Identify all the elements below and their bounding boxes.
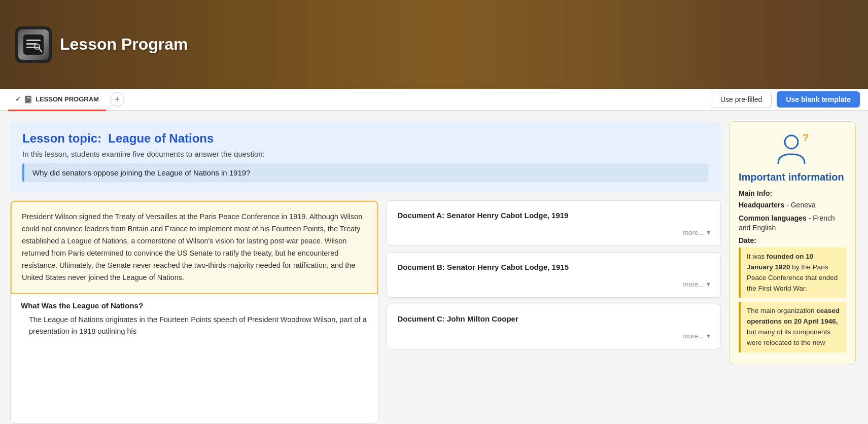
right-sidebar: ? Important information Main Info: Headq…	[729, 121, 856, 423]
lesson-topic-question: Why did senators oppose joining the Leag…	[22, 163, 709, 182]
info-card: ? Important information Main Info: Headq…	[729, 121, 856, 365]
lesson-topic-card: Lesson topic: League of Nations In this …	[10, 121, 721, 192]
doc-more-link-b[interactable]: more...	[683, 280, 704, 288]
add-tab-button[interactable]: +	[110, 92, 124, 107]
doc-title-c: Document C: John Milton Cooper	[397, 313, 710, 324]
doc-chevron-b: ▾	[707, 280, 710, 288]
document-card-a: Document A: Senator Henry Cabot Lodge, 1…	[387, 200, 721, 246]
lesson-topic-title: Lesson topic: League of Nations	[22, 131, 709, 146]
info-quote-box-1: It was founded on 10 January 1920 by the…	[739, 248, 846, 298]
info-card-title: Important information	[739, 171, 846, 183]
doc-chevron-c: ▾	[707, 332, 710, 340]
bullet-item: The League of Nations originates in the …	[11, 312, 378, 339]
lesson-topic-subtitle: In this lesson, students examine five do…	[22, 150, 709, 158]
doc-title-b: Document B: Senator Henry Cabot Lodge, 1…	[397, 262, 710, 272]
header-logo-icon	[18, 29, 49, 60]
info-hq-dash: -	[786, 201, 791, 209]
tab-label: LESSON PROGRAM	[36, 95, 99, 103]
info-lang-label: Common languages	[739, 214, 807, 222]
person-icon: ?	[772, 132, 813, 167]
documents-panel: Document A: Senator Henry Cabot Lodge, 1…	[387, 200, 721, 423]
doc-title-a: Document A: Senator Henry Cabot Lodge, 1…	[397, 210, 710, 221]
doc-chevron-a: ▾	[707, 228, 710, 236]
svg-text:?: ?	[803, 132, 809, 143]
lesson-topic-name: League of Nations	[108, 131, 214, 145]
info-main-info-label: Main Info:	[739, 189, 846, 197]
background-text-box: President Wilson signed the Treaty of Ve…	[11, 201, 378, 294]
svg-point-6	[785, 135, 798, 149]
info-hq-label: Headquarters	[739, 201, 784, 209]
section-title: What Was the League of Nations?	[11, 294, 378, 312]
svg-rect-3	[26, 47, 39, 48]
header-banner: Lesson Program	[0, 0, 868, 89]
main-content: Lesson topic: League of Nations In this …	[0, 111, 868, 423]
document-card-b: Document B: Senator Henry Cabot Lodge, 1…	[387, 252, 721, 298]
docs-and-text: President Wilson signed the Treaty of Ve…	[10, 200, 721, 423]
center-panel: Lesson topic: League of Nations In this …	[10, 121, 721, 423]
doc-more-link-c[interactable]: more...	[683, 332, 704, 340]
use-blank-template-button[interactable]: Use blank template	[777, 91, 860, 108]
header-logo	[15, 26, 52, 63]
tab-check-icon: ✓	[15, 95, 21, 103]
doc-footer-b: more... ▾	[397, 280, 710, 288]
info-quote-box-2: The main organization ceased operations …	[739, 302, 846, 352]
info-quote2-prefix: The main organization	[747, 307, 816, 314]
tab-bar: ✓ 📓 LESSON PROGRAM + Use pre-filled Use …	[0, 89, 868, 111]
doc-footer-a: more... ▾	[397, 228, 710, 236]
info-date-label: Date:	[739, 236, 846, 244]
info-lang-dash: -	[809, 214, 813, 222]
tab-emoji: 📓	[24, 95, 32, 103]
info-headquarters: Headquarters - Geneva	[739, 200, 846, 210]
page-title: Lesson Program	[60, 35, 188, 54]
info-icon-area: ?	[739, 132, 846, 167]
info-languages: Common languages - French and English	[739, 214, 846, 233]
lesson-topic-prefix: Lesson topic:	[22, 131, 101, 145]
doc-more-link-a[interactable]: more...	[683, 229, 704, 236]
info-hq-value: Geneva	[791, 201, 816, 209]
text-panel: President Wilson signed the Treaty of Ve…	[10, 200, 378, 423]
tab-lesson-program[interactable]: ✓ 📓 LESSON PROGRAM	[8, 89, 106, 111]
document-card-c: Document C: John Milton Cooper more... ▾	[387, 304, 721, 349]
svg-rect-1	[26, 40, 41, 41]
use-pre-filled-button[interactable]: Use pre-filled	[711, 91, 772, 108]
header-content: Lesson Program	[15, 26, 188, 63]
info-quote2-suffix: but many of its components were relocate…	[747, 328, 830, 346]
tab-bar-actions: Use pre-filled Use blank template	[711, 91, 860, 108]
info-quote1-prefix: It was	[747, 253, 767, 260]
doc-footer-c: more... ▾	[397, 332, 710, 340]
